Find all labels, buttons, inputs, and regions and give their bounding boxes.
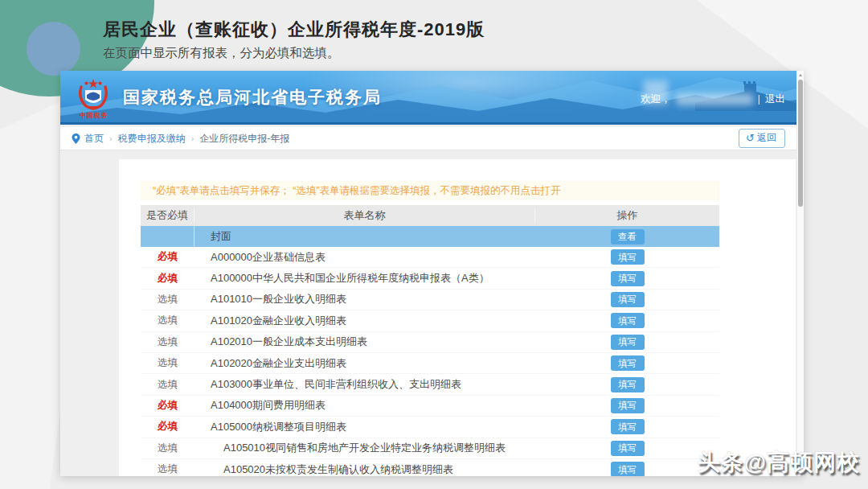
required-flag: 选填 [141, 314, 194, 327]
site-name: 国家税务总局河北省电子税务局 [123, 86, 382, 109]
form-name: A104000期间费用明细表 [194, 398, 535, 413]
page-subtitle: 在页面中显示所有报表，分为必填和选填。 [103, 45, 340, 62]
page-title: 居民企业（查账征收）企业所得税年度-2019版 [103, 18, 485, 42]
required-flag: 选填 [141, 356, 194, 370]
back-button-label: 返回 [757, 131, 776, 145]
form-name: A105000纳税调整项目明细表 [194, 420, 535, 434]
form-name: 封面 [194, 229, 535, 244]
national-emblem-icon [75, 76, 112, 113]
table-row: 选填 A101010一般企业收入明细表 填写 [141, 290, 719, 310]
forms-table: 是否必填 表单名称 操作 封面 查看 必填 A000000企业基础信息表 填写 … [141, 205, 719, 476]
breadcrumb-separator: › [109, 134, 113, 143]
required-flag: 选填 [141, 378, 194, 392]
breadcrumb-home[interactable]: 首页 [84, 132, 104, 146]
vertical-scrollbar[interactable]: ▲ [796, 71, 804, 476]
breadcrumb-separator: › [191, 134, 194, 143]
logout-link[interactable]: 退出 [765, 92, 785, 106]
fill-button[interactable]: 填写 [611, 462, 645, 476]
form-name: A101010一般企业收入明细表 [194, 292, 535, 306]
required-flag: 必填 [141, 250, 194, 264]
required-flag: 选填 [141, 335, 194, 349]
breadcrumb: 首页 › 税费申报及缴纳 › 企业所得税申报-年报 ↺ 返回 [60, 127, 796, 150]
welcome-text: 欢迎， [641, 92, 671, 106]
form-name: A105010视同销售和房地产开发企业特定业务纳税调整明细表 [194, 441, 535, 455]
browser-window: 中国税务 国家税务总局河北省电子税务局 欢迎， | 退出 首页 › 税费申报及缴… [60, 71, 804, 476]
watermark: 头条@高顿网校 [698, 447, 860, 478]
table-row-cover: 封面 查看 [141, 226, 719, 247]
back-arrow-icon: ↺ [746, 133, 755, 143]
form-name: A100000中华人民共和国企业所得税年度纳税申报表（A类） [194, 271, 535, 286]
blue-circle-decoration [27, 22, 80, 76]
filling-instructions-notice: “必填”表单请点击填写并保存； “选填”表单请根据需要选择填报，不需要填报的不用… [141, 181, 719, 200]
required-flag: 选填 [141, 462, 194, 476]
scrollbar-up-arrow-icon[interactable]: ▲ [797, 72, 804, 79]
table-row: 选填 A103000事业单位、民间非营利组织收入、支出明细表 填写 [141, 374, 719, 395]
table-row: 选填 A105020未按权责发生制确认收入纳税调整明细表 填写 [141, 459, 719, 476]
required-flag: 选填 [141, 293, 194, 306]
fill-button[interactable]: 填写 [611, 419, 645, 434]
blurred-user-name [676, 93, 753, 105]
form-name: A102020金融企业支出明细表 [194, 356, 535, 371]
view-button[interactable]: 查看 [611, 229, 645, 244]
form-name: A103000事业单位、民间非营利组织收入、支出明细表 [194, 377, 535, 392]
table-row: 选填 A102020金融企业支出明细表 填写 [141, 353, 719, 374]
emblem-caption: 中国税务 [73, 111, 115, 120]
form-name: A101020金融企业收入明细表 [194, 314, 535, 328]
form-name: A102010一般企业成本支出明细表 [194, 335, 535, 349]
breadcrumb-tax-declaration[interactable]: 税费申报及缴纳 [118, 132, 186, 146]
content-panel: “必填”表单请点击填写并保存； “选填”表单请根据需要选择填报，不需要填报的不用… [119, 159, 796, 476]
breadcrumb-current: 企业所得税申报-年报 [199, 132, 289, 146]
form-name: A000000企业基础信息表 [194, 250, 535, 265]
table-row: 选填 A105010视同销售和房地产开发企业特定业务纳税调整明细表 填写 [141, 438, 719, 459]
table-row: 选填 A102010一般企业成本支出明细表 填写 [141, 332, 719, 353]
fill-button[interactable]: 填写 [611, 377, 645, 392]
required-flag [141, 226, 194, 247]
fill-button[interactable]: 填写 [611, 441, 645, 456]
column-header-operation: 操作 [535, 208, 719, 223]
fill-button[interactable]: 填写 [611, 355, 645, 371]
form-name: A105020未按权责发生制确认收入纳税调整明细表 [194, 462, 535, 476]
header-separator: | [758, 93, 760, 105]
table-row: 选填 A101020金融企业收入明细表 填写 [141, 310, 719, 331]
table-row: 必填 A100000中华人民共和国企业所得税年度纳税申报表（A类） 填写 [141, 268, 719, 289]
required-flag: 必填 [141, 399, 194, 413]
scrollbar-thumb[interactable] [798, 80, 803, 207]
table-row: 必填 A000000企业基础信息表 填写 [141, 247, 719, 268]
location-pin-icon [72, 134, 80, 144]
required-flag: 选填 [141, 442, 194, 455]
column-header-required: 是否必填 [141, 208, 194, 223]
fill-button[interactable]: 填写 [611, 398, 645, 413]
fill-button[interactable]: 填写 [611, 335, 645, 350]
site-header: 中国税务 国家税务总局河北省电子税务局 欢迎， | 退出 [60, 71, 796, 125]
fill-button[interactable]: 填写 [611, 249, 645, 265]
fill-button[interactable]: 填写 [611, 271, 645, 286]
table-row: 必填 A105000纳税调整项目明细表 填写 [141, 417, 719, 438]
fill-button[interactable]: 填写 [611, 313, 645, 328]
required-flag: 必填 [141, 272, 194, 286]
column-header-form-name: 表单名称 [194, 208, 535, 223]
required-flag: 必填 [141, 420, 194, 434]
fill-button[interactable]: 填写 [611, 292, 645, 307]
table-header-row: 是否必填 表单名称 操作 [141, 205, 719, 226]
back-button[interactable]: ↺ 返回 [739, 129, 785, 148]
table-row: 必填 A104000期间费用明细表 填写 [141, 396, 719, 417]
